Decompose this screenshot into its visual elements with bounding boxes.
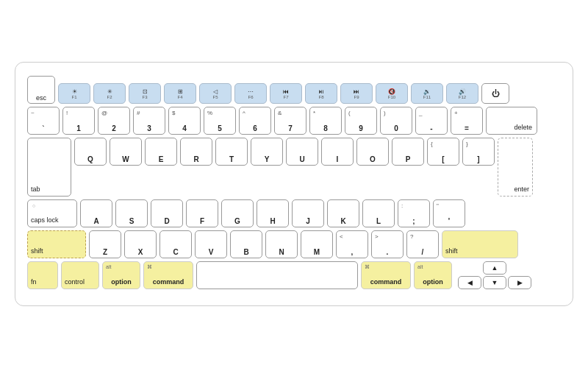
key-f7[interactable]: ⏮F7 — [270, 83, 302, 104]
key-equals[interactable]: + = — [451, 107, 483, 135]
key-3[interactable]: # 3 — [133, 107, 165, 135]
key-d[interactable]: D — [151, 199, 183, 227]
key-2[interactable]: @ 2 — [98, 107, 130, 135]
key-l[interactable]: L — [362, 199, 395, 227]
key-fn[interactable]: fn — [27, 261, 58, 289]
key-f8[interactable]: ⏯F8 — [305, 83, 337, 104]
key-f1[interactable]: ☀F1 — [58, 83, 90, 104]
key-f4[interactable]: ⊞F4 — [164, 83, 196, 104]
key-shift-left[interactable]: shift — [27, 230, 86, 258]
key-arrow-up[interactable]: ▲ — [483, 261, 506, 275]
key-4[interactable]: $ 4 — [168, 107, 201, 135]
key-control[interactable]: control — [61, 261, 99, 289]
key-esc[interactable]: esc — [27, 76, 55, 104]
asdf-row: ○ caps lock A S D F G H J K L : ; " ' — [27, 199, 561, 227]
qwerty-row: tab Q W E R T Y U I O P { [ } ] enter — [27, 138, 561, 197]
key-k[interactable]: K — [327, 199, 359, 227]
key-f3[interactable]: ⊡F3 — [129, 83, 161, 104]
arrow-bottom-row: ◀ ▼ ▶ — [458, 276, 531, 289]
key-1[interactable]: ! 1 — [62, 107, 95, 135]
zxcv-row: shift Z X C V B N M < , > . ? / shift — [27, 230, 561, 258]
key-comma[interactable]: < , — [336, 230, 368, 258]
key-slash[interactable]: ? / — [406, 230, 439, 258]
key-command-left[interactable]: ⌘ command — [143, 261, 193, 289]
key-e[interactable]: E — [145, 138, 177, 166]
key-i[interactable]: I — [321, 138, 354, 166]
key-x[interactable]: X — [124, 230, 157, 258]
key-m[interactable]: M — [301, 230, 333, 258]
key-semicolon[interactable]: : ; — [398, 199, 430, 227]
key-f2[interactable]: ✳F2 — [93, 83, 126, 104]
key-spacebar[interactable] — [196, 261, 358, 289]
arrow-keys: ▲ ◀ ▼ ▶ — [458, 261, 531, 289]
key-delete[interactable]: delete — [486, 107, 537, 135]
key-quote[interactable]: " ' — [433, 199, 465, 227]
key-tab[interactable]: tab — [27, 138, 71, 197]
key-arrow-left[interactable]: ◀ — [458, 276, 481, 289]
key-lbracket[interactable]: { [ — [427, 138, 459, 166]
key-z[interactable]: Z — [89, 230, 121, 258]
key-6[interactable]: ^ 6 — [239, 107, 271, 135]
key-0[interactable]: ) 0 — [380, 107, 412, 135]
keyboard: esc ☀F1 ✳F2 ⊡F3 ⊞F4 ◁F5 ⋯F6 ⏮F7 ⏯F8 ⏭F9 — [15, 62, 573, 306]
key-arrow-right[interactable]: ▶ — [508, 276, 531, 289]
key-arrow-down[interactable]: ▼ — [483, 276, 506, 289]
key-g[interactable]: G — [221, 199, 254, 227]
key-f6[interactable]: ⋯F6 — [234, 83, 267, 104]
key-backtick[interactable]: ~ ` — [27, 107, 60, 135]
modifier-row: fn control alt option ⌘ command ⌘ comman… — [27, 261, 561, 289]
key-command-right[interactable]: ⌘ command — [361, 261, 411, 289]
key-f10[interactable]: 🔇F10 — [376, 83, 408, 104]
fn-row: esc ☀F1 ✳F2 ⊡F3 ⊞F4 ◁F5 ⋯F6 ⏮F7 ⏯F8 ⏭F9 — [27, 76, 561, 104]
key-option-right[interactable]: alt option — [414, 261, 452, 289]
key-r[interactable]: R — [180, 138, 212, 166]
key-9[interactable]: ( 9 — [345, 107, 377, 135]
key-o[interactable]: O — [356, 138, 389, 166]
key-s[interactable]: S — [115, 199, 148, 227]
key-power[interactable]: ⏻ — [481, 83, 509, 104]
key-f5[interactable]: ◁F5 — [199, 83, 232, 104]
key-v[interactable]: V — [195, 230, 227, 258]
key-n[interactable]: N — [265, 230, 298, 258]
key-t[interactable]: T — [215, 138, 248, 166]
key-q[interactable]: Q — [74, 138, 107, 166]
key-a[interactable]: A — [80, 199, 112, 227]
key-f11[interactable]: 🔉F11 — [411, 83, 443, 104]
key-enter[interactable]: enter — [498, 138, 533, 197]
key-p[interactable]: P — [392, 138, 424, 166]
key-f12[interactable]: 🔊F12 — [446, 83, 478, 104]
key-h[interactable]: H — [257, 199, 289, 227]
key-shift-right[interactable]: shift — [442, 230, 518, 258]
key-b[interactable]: B — [230, 230, 262, 258]
key-f[interactable]: F — [186, 199, 218, 227]
key-w[interactable]: W — [110, 138, 142, 166]
key-f9[interactable]: ⏭F9 — [340, 83, 373, 104]
key-5[interactable]: % 5 — [204, 107, 236, 135]
arrow-top-row: ▲ — [458, 261, 531, 275]
key-u[interactable]: U — [286, 138, 318, 166]
key-rbracket[interactable]: } ] — [462, 138, 495, 166]
key-8[interactable]: * 8 — [309, 107, 342, 135]
key-capslock[interactable]: ○ caps lock — [27, 199, 77, 227]
key-j[interactable]: J — [292, 199, 324, 227]
key-minus[interactable]: _ - — [415, 107, 448, 135]
key-c[interactable]: C — [159, 230, 192, 258]
key-y[interactable]: Y — [251, 138, 283, 166]
number-row: ~ ` ! 1 @ 2 # 3 $ 4 % 5 ^ 6 & 7 — [27, 107, 561, 135]
key-7[interactable]: & 7 — [274, 107, 306, 135]
key-option-left[interactable]: alt option — [102, 261, 140, 289]
key-period[interactable]: > . — [371, 230, 404, 258]
